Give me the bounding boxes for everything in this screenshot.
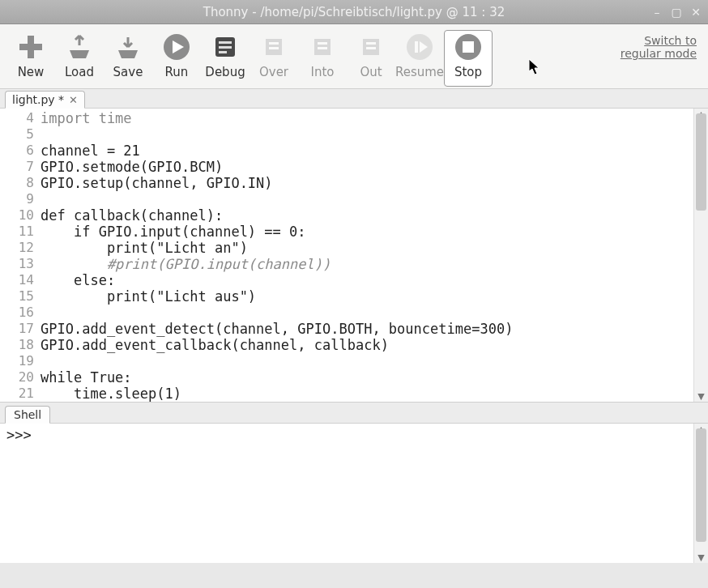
save-button[interactable]: Save bbox=[104, 30, 152, 87]
play-icon bbox=[162, 32, 191, 62]
switch-to-link[interactable]: Switch to bbox=[621, 34, 697, 47]
run-button[interactable]: Run bbox=[152, 30, 201, 87]
step-out-icon bbox=[356, 32, 386, 62]
line-number: 6 bbox=[0, 143, 34, 159]
resume-icon bbox=[405, 32, 434, 62]
svg-rect-9 bbox=[269, 42, 279, 45]
tab-light-py[interactable]: light.py * ✕ bbox=[5, 91, 85, 109]
code-line: GPIO.add_event_callback(channel, callbac… bbox=[41, 337, 389, 353]
code-line: GPIO.setup(channel, GPIO.IN) bbox=[41, 175, 273, 191]
minimize-button[interactable]: – bbox=[650, 5, 664, 19]
into-label: Into bbox=[311, 65, 335, 79]
resume-button: Resume bbox=[395, 30, 444, 87]
stop-button[interactable]: Stop bbox=[444, 30, 493, 87]
line-number: 12 bbox=[0, 240, 34, 256]
line-number: 21 bbox=[0, 386, 34, 402]
line-number: 10 bbox=[0, 207, 34, 224]
scroll-thumb[interactable] bbox=[696, 113, 706, 211]
svg-rect-18 bbox=[415, 41, 418, 53]
scroll-thumb[interactable] bbox=[696, 428, 706, 542]
code-area[interactable]: import time channel = 21 GPIO.setmode(GP… bbox=[41, 109, 693, 402]
shell-scrollbar[interactable]: ▲ ▼ bbox=[693, 424, 708, 563]
line-number: 14 bbox=[0, 272, 34, 288]
line-number: 17 bbox=[0, 321, 34, 337]
code-line: #print(GPIO.input(channel)) bbox=[41, 256, 331, 272]
line-number: 16 bbox=[0, 305, 34, 321]
code-line: import time bbox=[41, 110, 132, 126]
svg-rect-15 bbox=[366, 42, 376, 45]
code-line: else: bbox=[41, 272, 115, 288]
code-line: def callback(channel): bbox=[41, 207, 223, 224]
debug-label: Debug bbox=[205, 65, 245, 79]
code-line: while True: bbox=[41, 369, 132, 386]
cursor-icon bbox=[528, 58, 541, 76]
resume-label: Resume bbox=[395, 65, 444, 79]
shell-prompt: >>> bbox=[6, 427, 32, 443]
line-number: 7 bbox=[0, 159, 34, 175]
run-label: Run bbox=[165, 65, 189, 79]
svg-rect-5 bbox=[219, 41, 232, 44]
line-number: 11 bbox=[0, 224, 34, 240]
tab-label: light.py * bbox=[12, 93, 64, 106]
svg-rect-12 bbox=[318, 42, 327, 45]
line-number: 13 bbox=[0, 256, 34, 272]
code-line: GPIO.setmode(GPIO.BCM) bbox=[41, 159, 223, 175]
line-number: 18 bbox=[0, 337, 34, 353]
line-number: 5 bbox=[0, 126, 34, 143]
out-label: Out bbox=[360, 65, 382, 79]
line-number: 9 bbox=[0, 191, 34, 207]
scroll-down-icon[interactable]: ▼ bbox=[697, 552, 706, 563]
line-number: 19 bbox=[0, 353, 34, 369]
svg-rect-7 bbox=[219, 51, 227, 53]
svg-rect-13 bbox=[318, 47, 327, 49]
editor: 4 5 6 7 8 9 10 11 12 13 14 15 16 17 18 1… bbox=[0, 109, 708, 403]
out-button: Out bbox=[347, 30, 395, 87]
svg-rect-6 bbox=[219, 46, 232, 49]
shell: >>> ▲ ▼ bbox=[0, 424, 708, 563]
close-window-button[interactable]: ✕ bbox=[689, 5, 703, 19]
debug-icon bbox=[211, 32, 240, 62]
code-line: print("Licht an") bbox=[41, 240, 248, 256]
new-button[interactable]: New bbox=[6, 30, 55, 87]
debug-button[interactable]: Debug bbox=[201, 30, 250, 87]
code-line: if GPIO.input(channel) == 0: bbox=[41, 224, 306, 240]
into-button: Into bbox=[298, 30, 347, 87]
tab-shell[interactable]: Shell bbox=[5, 406, 50, 424]
new-label: New bbox=[18, 65, 45, 79]
scroll-down-icon[interactable]: ▼ bbox=[697, 390, 706, 402]
line-gutter: 4 5 6 7 8 9 10 11 12 13 14 15 16 17 18 1… bbox=[0, 109, 41, 402]
editor-tabs: light.py * ✕ bbox=[0, 89, 708, 109]
load-label: Load bbox=[65, 65, 94, 79]
plus-icon bbox=[16, 32, 45, 62]
window-controls: – ▢ ✕ bbox=[650, 5, 703, 19]
close-icon[interactable]: ✕ bbox=[69, 94, 78, 106]
step-over-icon bbox=[259, 32, 288, 62]
over-label: Over bbox=[259, 65, 288, 79]
line-number: 8 bbox=[0, 175, 34, 191]
shell-area[interactable]: >>> bbox=[0, 424, 693, 563]
line-number: 20 bbox=[0, 369, 34, 386]
titlebar: Thonny - /home/pi/Schreibtisch/light.py … bbox=[0, 0, 708, 24]
stop-icon bbox=[454, 32, 483, 62]
regular-mode-link[interactable]: regular mode bbox=[621, 47, 697, 60]
code-line: channel = 21 bbox=[41, 143, 140, 159]
svg-rect-21 bbox=[463, 41, 474, 53]
maximize-button[interactable]: ▢ bbox=[669, 5, 684, 19]
save-label: Save bbox=[113, 65, 143, 79]
mode-links: Switch to regular mode bbox=[621, 34, 697, 60]
line-number: 4 bbox=[0, 110, 34, 126]
load-button[interactable]: Load bbox=[55, 30, 104, 87]
step-into-icon bbox=[308, 32, 337, 62]
code-line: print("Licht aus") bbox=[41, 288, 256, 305]
editor-scrollbar[interactable]: ▲ ▼ bbox=[693, 109, 708, 402]
over-button: Over bbox=[250, 30, 298, 87]
shell-tabs: Shell bbox=[0, 403, 708, 424]
code-line: GPIO.add_event_detect(channel, GPIO.BOTH… bbox=[41, 321, 513, 337]
window-title: Thonny - /home/pi/Schreibtisch/light.py … bbox=[203, 5, 505, 19]
svg-rect-10 bbox=[269, 47, 279, 49]
line-number: 15 bbox=[0, 288, 34, 305]
code-line: time.sleep(1) bbox=[41, 386, 181, 402]
toolbar: New Load Save Run Debug bbox=[0, 24, 708, 89]
load-icon bbox=[65, 32, 94, 62]
save-icon bbox=[113, 32, 143, 62]
